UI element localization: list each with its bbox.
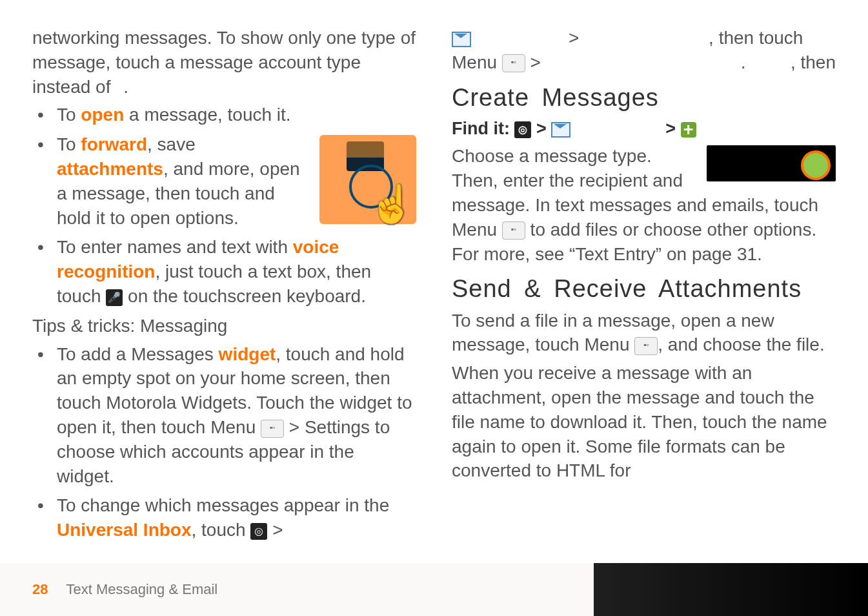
tips-heading: Tips & tricks: Messaging: [32, 314, 416, 338]
bullet-open: To open a message, touch it.: [32, 103, 416, 127]
hl-universal-inbox: Universal Inbox: [57, 520, 192, 540]
attach-p2: When you receive a message with an attac…: [452, 361, 836, 483]
period: .: [741, 52, 746, 72]
menu-key-icon: ▪▫: [634, 337, 658, 355]
compose-circle-icon: [801, 150, 831, 180]
find-it-line: Find it: ◎ > Messaging > +: [452, 117, 836, 140]
footer: 28 Text Messaging & Email: [0, 563, 868, 616]
menu-key-icon: ▪▫: [502, 221, 525, 240]
footer-section: Text Messaging & Email: [66, 581, 217, 598]
bullet-forward: ☝ To forward, save attachments, and more…: [32, 132, 416, 230]
intro-paragraph: networking messages. To show only one ty…: [32, 26, 416, 99]
tip-widget: To add a Messages widget, touch and hold…: [32, 342, 416, 489]
right-column: Messaging > Universal Inbox, then touch …: [452, 26, 836, 548]
launcher-icon: ◎: [250, 523, 267, 540]
heading-attachments: Send & Receive Attachments: [452, 272, 836, 305]
attach-p1: To send a file in a message, open a new …: [452, 309, 836, 358]
heading-create-messages: Create Messages: [452, 81, 836, 114]
hand-pointer-icon: ☝: [368, 179, 415, 229]
hl-widget: widget: [219, 344, 276, 364]
hl-attachments: attachments: [57, 159, 163, 179]
intro-text: networking messages. To show only one ty…: [32, 28, 416, 97]
launcher-icon: ◎: [514, 121, 531, 138]
microphone-icon: 🎤: [106, 289, 123, 306]
bullets-main: To open a message, touch it. ☝ To forwar…: [32, 103, 416, 308]
hl-open: open: [81, 105, 124, 125]
left-column: networking messages. To show only one ty…: [32, 26, 416, 548]
envelope-icon: [551, 122, 570, 138]
envelope-icon: [452, 32, 471, 47]
continuation-line: Messaging > Universal Inbox, then touch …: [452, 26, 836, 75]
bullets-tips: To add a Messages widget, touch and hold…: [32, 342, 416, 542]
menu-key-icon: ▪▫: [261, 420, 284, 438]
compose-bar-figure: [707, 145, 836, 181]
bullet-voice: To enter names and text with voice recog…: [32, 235, 416, 308]
then-text: , then: [791, 50, 836, 75]
touch-hold-figure: ☝: [319, 135, 416, 224]
page-number: 28: [32, 581, 48, 598]
compose-plus-icon: +: [681, 122, 696, 138]
menu-key-icon: ▪▫: [502, 54, 525, 72]
tip-universal-inbox: To change which messages appear in the U…: [32, 493, 416, 542]
hl-forward: forward: [81, 134, 147, 154]
